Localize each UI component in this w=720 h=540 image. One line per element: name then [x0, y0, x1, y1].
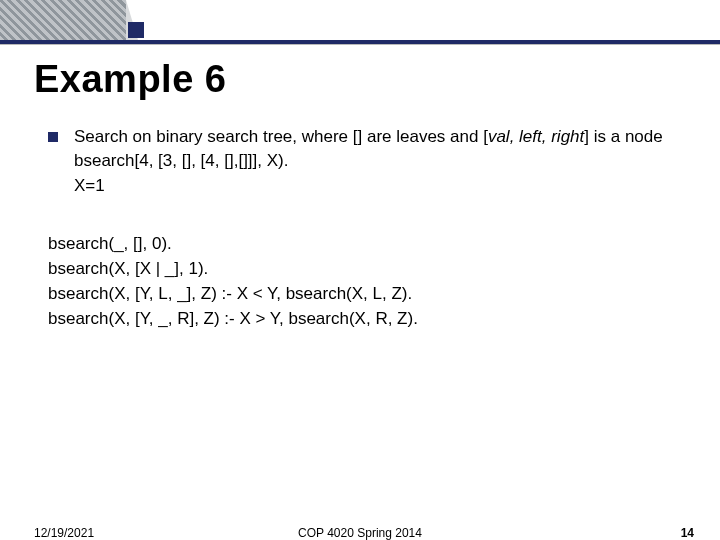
slide-body: Search on binary search tree, where [] a… — [48, 126, 684, 333]
bullet-item: Search on binary search tree, where [] a… — [48, 126, 684, 199]
code-line: bsearch(X, [X | _], 1). — [48, 258, 684, 281]
slide: Example 6 Search on binary search tree, … — [0, 0, 720, 540]
top-rule-thin — [0, 44, 720, 45]
code-line: bsearch(X, [Y, _, R], Z) :- X > Y, bsear… — [48, 308, 684, 331]
footer-course: COP 4020 Spring 2014 — [0, 526, 720, 540]
code-block: bsearch(_, [], 0). bsearch(X, [X | _], 1… — [48, 233, 684, 331]
bullet-content: Search on binary search tree, where [] a… — [74, 126, 684, 199]
code-line: bsearch(_, [], 0). — [48, 233, 684, 256]
code-line: bsearch(X, [Y, L, _], Z) :- X < Y, bsear… — [48, 283, 684, 306]
slide-title: Example 6 — [34, 58, 227, 101]
footer-page: 14 — [681, 526, 694, 540]
bullet-line-1: Search on binary search tree, where [] a… — [74, 126, 684, 148]
decorative-strip — [0, 0, 126, 40]
bullet-line-3: X=1 — [74, 175, 684, 197]
bullet-line-1-post: ] is a node — [584, 127, 662, 146]
bullet-line-1-pre: Search on binary search tree, where [] a… — [74, 127, 488, 146]
bullet-icon — [48, 132, 58, 142]
decorative-square — [128, 22, 144, 38]
bullet-line-1-ital: val, left, right — [488, 127, 584, 146]
bullet-line-2: bsearch[4, [3, [], [4, [],[]]], X). — [74, 150, 684, 172]
